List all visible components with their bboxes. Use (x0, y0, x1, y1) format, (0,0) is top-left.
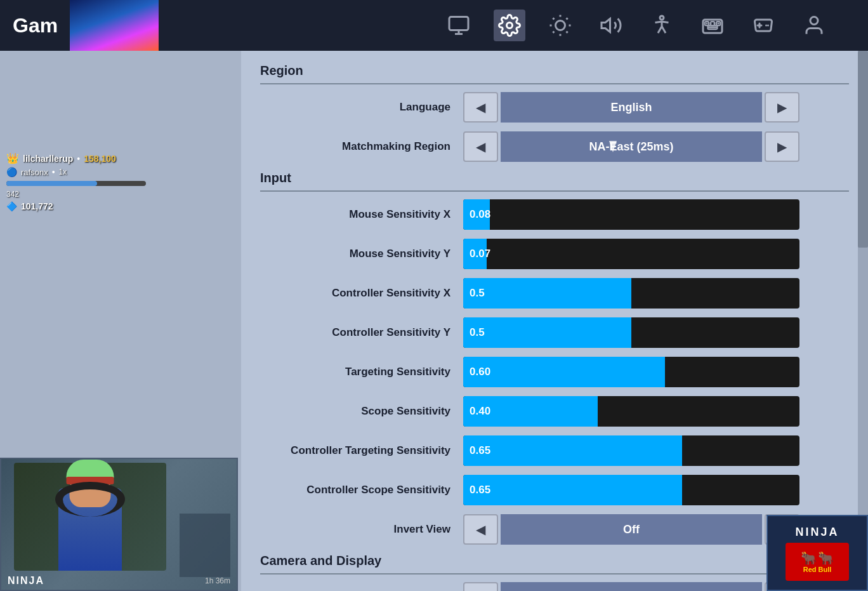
section-header-camera-display: Camera and Display (260, 554, 849, 574)
matchmaking-region-next-button[interactable]: ▶ (765, 131, 799, 162)
controller-scope-sensitivity-label: Controller Scope Sensitivity (260, 484, 463, 496)
nav-icon-group (443, 10, 830, 41)
stream-time: 1h 36m (205, 576, 230, 585)
person-headphones (55, 482, 125, 517)
controller-sensitivity-y-value: 0.5 (470, 326, 485, 339)
player-second-name: rafsonx (21, 168, 48, 177)
controller-sensitivity-x-fill: 0.5 (463, 278, 631, 309)
language-selector: ◀ English ▶ (463, 92, 799, 123)
redbull-logo: 🐂 🐂 Red Bull (786, 543, 849, 581)
coins-row: 🔷 101,772 (6, 201, 146, 211)
controller-scope-sensitivity-value: 0.65 (470, 484, 490, 496)
matchmaking-region-label: Matchmaking Region (260, 140, 463, 153)
tab-settings[interactable] (494, 10, 525, 41)
controller-sensitivity-x-slider[interactable]: 0.5 (463, 278, 799, 309)
controller-targeting-sensitivity-fill: 0.65 (463, 435, 682, 466)
tab-controller[interactable] (747, 10, 779, 41)
mouse-sensitivity-x-slider[interactable]: 0.08 (463, 199, 799, 230)
stream-ninja-label: NINJA (8, 575, 44, 587)
tab-monitor[interactable] (443, 10, 475, 41)
stream-label-bar: NINJA 1h 36m (1, 575, 237, 587)
invert-view-prev-button[interactable]: ◀ (463, 514, 498, 545)
matchmaking-region-row: Matchmaking Region ◀ NA-East (25ms) ▶ (260, 131, 849, 162)
scrollbar-thumb[interactable] (858, 51, 868, 248)
language-label: Language (260, 101, 463, 114)
section-header-region: Region (260, 63, 849, 84)
tab-account[interactable] (798, 10, 830, 41)
crown-icon: 👑 (6, 152, 19, 164)
targeting-sensitivity-fill: 0.60 (463, 357, 665, 387)
mouse-sensitivity-x-row: Mouse Sensitivity X 0.08 (260, 199, 849, 230)
settings-panel: Region Language ◀ English ▶ Matchmaking … (241, 51, 868, 591)
language-row: Language ◀ English ▶ (260, 92, 849, 123)
scrollbar-track[interactable] (858, 51, 868, 591)
invert-view-value: Off (501, 514, 762, 545)
player-xp: 158,100 (84, 154, 116, 164)
mouse-sensitivity-y-value: 0.07 (470, 248, 490, 260)
streamer-mode-selector: ◀ On ▶ (463, 582, 799, 591)
mouse-sensitivity-y-slider[interactable]: 0.07 (463, 239, 799, 269)
language-value: English (501, 92, 762, 123)
mouse-sensitivity-x-fill: 0.08 (463, 199, 490, 230)
player-second-row: 🔵 rafsonx • 1x (6, 167, 146, 177)
mouse-sensitivity-x-value: 0.08 (470, 208, 490, 221)
mouse-sensitivity-y-label: Mouse Sensitivity Y (260, 248, 463, 260)
coin-icon: 🔷 (6, 201, 17, 211)
scope-sensitivity-slider[interactable]: 0.40 (463, 396, 799, 427)
svg-line-11 (553, 32, 554, 33)
stream-overlay: NINJA 1h 36m (0, 458, 238, 591)
stream-person-bg (14, 463, 166, 571)
redbull-bulls: 🐂 🐂 (801, 550, 834, 566)
scope-sensitivity-fill: 0.40 (463, 396, 598, 427)
tab-audio[interactable] (595, 10, 627, 41)
stream-bg-item (180, 514, 230, 577)
tab-accessibility[interactable] (646, 10, 678, 41)
svg-point-4 (556, 21, 565, 30)
svg-line-8 (567, 32, 568, 33)
matchmaking-region-prev-button[interactable]: ◀ (463, 131, 498, 162)
controller-targeting-sensitivity-value: 0.65 (470, 444, 490, 457)
targeting-sensitivity-slider[interactable]: 0.60 (463, 357, 799, 387)
xp-bar-label: 342 (6, 190, 146, 199)
section-header-input: Input (260, 171, 849, 192)
svg-point-25 (810, 17, 818, 25)
mouse-sensitivity-x-label: Mouse Sensitivity X (260, 208, 463, 221)
ninja-brand-panel: NINJA 🐂 🐂 Red Bull (766, 515, 868, 591)
streamer-mode-prev-button[interactable]: ◀ (463, 582, 498, 591)
scope-sensitivity-value: 0.40 (470, 405, 490, 418)
tab-keybinds[interactable] (697, 10, 728, 41)
svg-line-7 (553, 18, 554, 19)
player-level: 1x (59, 168, 67, 176)
scope-sensitivity-label: Scope Sensitivity (260, 405, 463, 418)
language-next-button[interactable]: ▶ (765, 92, 799, 123)
controller-sensitivity-y-slider[interactable]: 0.5 (463, 317, 799, 348)
controller-sensitivity-x-label: Controller Sensitivity X (260, 287, 463, 300)
streamer-mode-value: On (501, 582, 762, 591)
controller-sensitivity-x-value: 0.5 (470, 287, 485, 300)
tab-brightness[interactable] (544, 10, 576, 41)
xp-bar-fill (6, 181, 97, 186)
svg-point-14 (660, 16, 664, 20)
controller-scope-sensitivity-slider[interactable]: 0.65 (463, 475, 799, 505)
stream-background (1, 459, 237, 590)
controller-scope-sensitivity-fill: 0.65 (463, 475, 682, 505)
coin-amount: 101,772 (21, 201, 53, 211)
game-thumbnail (70, 0, 159, 51)
language-prev-button[interactable]: ◀ (463, 92, 498, 123)
app-title: Gam (0, 14, 70, 37)
mouse-sensitivity-y-row: Mouse Sensitivity Y 0.07 (260, 239, 849, 269)
left-panel: 👑 lilcharllerup • 158,100 🔵 rafsonx • 1x… (0, 51, 241, 591)
scope-sensitivity-row: Scope Sensitivity 0.40 (260, 396, 849, 427)
svg-rect-0 (449, 17, 468, 30)
player-name-row: 👑 lilcharllerup • 158,100 (6, 152, 146, 164)
controller-targeting-sensitivity-slider[interactable]: 0.65 (463, 435, 799, 466)
controller-sensitivity-y-fill: 0.5 (463, 317, 631, 348)
main-content-area: 👑 lilcharllerup • 158,100 🔵 rafsonx • 1x… (0, 51, 868, 591)
player-info-panel: 👑 lilcharllerup • 158,100 🔵 rafsonx • 1x… (6, 152, 146, 211)
xp-bar-container (6, 181, 146, 186)
controller-targeting-sensitivity-label: Controller Targeting Sensitivity (260, 444, 463, 457)
svg-point-3 (507, 23, 513, 29)
player-username: lilcharllerup (23, 154, 73, 164)
redbull-text: Red Bull (803, 566, 832, 573)
targeting-sensitivity-label: Targeting Sensitivity (260, 366, 463, 378)
